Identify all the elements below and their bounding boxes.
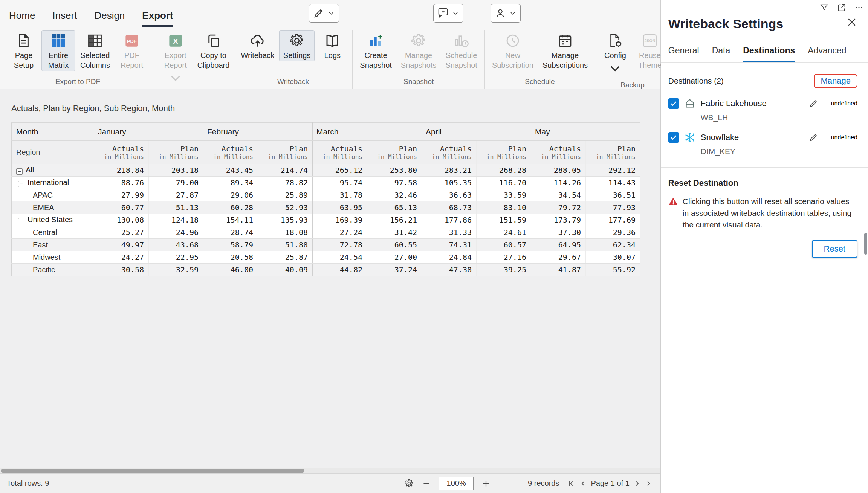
delete-destination-icon[interactable]: undefined [831, 134, 857, 141]
matrix-cell[interactable]: 169.39 [313, 214, 367, 226]
matrix-cell[interactable]: 49.97 [94, 239, 149, 251]
edit-destination-icon[interactable] [808, 133, 818, 142]
matrix-cell[interactable]: 39.25 [477, 264, 531, 276]
matrix-cell[interactable]: 28.74 [203, 226, 258, 239]
ribbon-button-page-setup[interactable]: PageSetup [7, 30, 41, 71]
matrix-cell[interactable]: 114.43 [586, 177, 640, 189]
ribbon-button-schedule-snapshot[interactable]: ScheduleSnapshot [441, 30, 481, 71]
matrix-cell[interactable]: 25.87 [258, 251, 313, 264]
ribbon-button-settings[interactable]: Settings [279, 30, 315, 61]
matrix-cell[interactable]: 33.59 [477, 189, 531, 201]
row-label[interactable]: EMEA [12, 201, 94, 214]
matrix-cell[interactable]: 243.45 [203, 164, 258, 177]
matrix-cell[interactable]: 151.59 [477, 214, 531, 226]
add-comment-button[interactable] [433, 4, 463, 23]
matrix-cell[interactable]: 203.18 [149, 164, 203, 177]
matrix-cell[interactable]: 22.95 [149, 251, 203, 264]
matrix-cell[interactable]: 41.87 [531, 264, 586, 276]
next-page-icon[interactable] [633, 479, 642, 488]
matrix-cell[interactable]: 51.13 [149, 201, 203, 214]
matrix-cell[interactable]: 31.33 [422, 226, 477, 239]
matrix-cell[interactable]: 154.11 [203, 214, 258, 226]
matrix-cell[interactable]: 60.28 [203, 201, 258, 214]
matrix-cell[interactable]: 55.92 [586, 264, 640, 276]
panel-tab-data[interactable]: Data [712, 46, 730, 62]
matrix-cell[interactable]: 77.93 [586, 201, 640, 214]
matrix-cell[interactable]: 79.72 [531, 201, 586, 214]
ribbon-tab-insert[interactable]: Insert [52, 10, 77, 27]
ribbon-tab-home[interactable]: Home [9, 10, 35, 27]
matrix-cell[interactable]: 31.42 [367, 226, 422, 239]
edit-destination-icon[interactable] [808, 99, 818, 108]
matrix-cell[interactable]: 218.84 [94, 164, 149, 177]
row-label[interactable]: −All [12, 164, 94, 177]
matrix-cell[interactable]: 65.13 [367, 201, 422, 214]
matrix-cell[interactable]: 173.79 [531, 214, 586, 226]
matrix-cell[interactable]: 288.05 [531, 164, 586, 177]
matrix-cell[interactable]: 265.12 [313, 164, 367, 177]
ribbon-button-new-subscription[interactable]: NewSubscription [488, 30, 538, 71]
delete-destination-icon[interactable]: undefined [831, 100, 857, 107]
row-label[interactable]: Pacific [12, 264, 94, 276]
matrix-cell[interactable]: 47.38 [422, 264, 477, 276]
zoom-level-input[interactable]: 100% [439, 477, 474, 490]
matrix-cell[interactable]: 60.77 [94, 201, 149, 214]
matrix-cell[interactable]: 20.58 [203, 251, 258, 264]
matrix-cell[interactable]: 83.10 [477, 201, 531, 214]
matrix-cell[interactable]: 89.34 [203, 177, 258, 189]
matrix-cell[interactable]: 177.86 [422, 214, 477, 226]
last-page-icon[interactable] [645, 479, 654, 488]
matrix-cell[interactable]: 135.93 [258, 214, 313, 226]
matrix-cell[interactable]: 74.31 [422, 239, 477, 251]
matrix-cell[interactable]: 29.67 [531, 251, 586, 264]
matrix-cell[interactable]: 43.68 [149, 239, 203, 251]
scrollbar-thumb[interactable] [1, 469, 304, 473]
matrix-cell[interactable]: 25.89 [258, 189, 313, 201]
collapse-icon[interactable]: − [16, 168, 23, 175]
matrix-cell[interactable]: 78.82 [258, 177, 313, 189]
row-label[interactable]: Central [12, 226, 94, 239]
ribbon-button-selected-columns[interactable]: SelectedColumns [76, 30, 114, 71]
matrix-cell[interactable]: 27.99 [94, 189, 149, 201]
matrix-cell[interactable]: 72.78 [313, 239, 367, 251]
row-label[interactable]: Midwest [12, 251, 94, 264]
ribbon-button-entire-matrix[interactable]: EntireMatrix [41, 30, 75, 71]
matrix-cell[interactable]: 177.69 [586, 214, 640, 226]
popout-icon[interactable] [837, 3, 846, 12]
matrix-cell[interactable]: 63.95 [313, 201, 367, 214]
zoom-in-icon[interactable] [481, 479, 491, 488]
matrix-cell[interactable]: 114.26 [531, 177, 586, 189]
matrix-cell[interactable]: 24.54 [313, 251, 367, 264]
matrix-cell[interactable]: 40.09 [258, 264, 313, 276]
ribbon-button-export-report[interactable]: XExportReport [155, 30, 196, 89]
matrix-cell[interactable]: 283.21 [422, 164, 477, 177]
ribbon-button-writeback[interactable]: Writeback [237, 30, 279, 61]
destination-checkbox[interactable] [668, 132, 679, 143]
matrix-cell[interactable]: 27.87 [149, 189, 203, 201]
manage-button[interactable]: Manage [814, 74, 857, 88]
matrix-cell[interactable]: 37.24 [367, 264, 422, 276]
matrix-cell[interactable]: 60.57 [477, 239, 531, 251]
matrix-cell[interactable]: 52.93 [258, 201, 313, 214]
ribbon-button-create-snapshot[interactable]: CreateSnapshot [356, 30, 396, 71]
row-label[interactable]: −International [12, 177, 94, 189]
ribbon-tab-export[interactable]: Export [142, 10, 173, 27]
collapse-icon[interactable]: − [18, 218, 24, 224]
matrix-cell[interactable]: 24.61 [477, 226, 531, 239]
vertical-scrollbar-thumb[interactable] [864, 233, 867, 255]
matrix-cell[interactable]: 24.84 [422, 251, 477, 264]
matrix-cell[interactable]: 64.95 [531, 239, 586, 251]
matrix-cell[interactable]: 34.54 [531, 189, 586, 201]
matrix-cell[interactable]: 44.82 [313, 264, 367, 276]
previous-page-icon[interactable] [579, 479, 588, 488]
matrix-cell[interactable]: 24.27 [94, 251, 149, 264]
matrix-cell[interactable]: 29.06 [203, 189, 258, 201]
ribbon-button-manage-subscriptions[interactable]: ManageSubscriptions [538, 30, 592, 71]
matrix-cell[interactable]: 46.00 [203, 264, 258, 276]
matrix-cell[interactable]: 37.30 [531, 226, 586, 239]
table-settings-gear-icon[interactable] [404, 479, 414, 488]
matrix-cell[interactable]: 58.79 [203, 239, 258, 251]
matrix-cell[interactable]: 36.51 [586, 189, 640, 201]
matrix-cell[interactable]: 60.55 [367, 239, 422, 251]
matrix-cell[interactable]: 116.70 [477, 177, 531, 189]
